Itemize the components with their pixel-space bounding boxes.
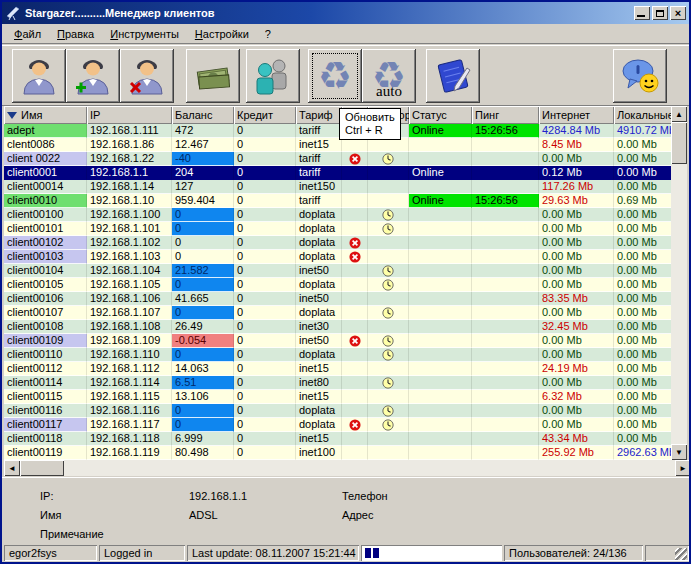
cell-internet: 117.26 Mb (539, 180, 614, 194)
cell-name: client00114 (4, 376, 87, 390)
table-row[interactable]: client00102192.168.1.10200doplata0.00 Mb… (4, 236, 672, 250)
table-row[interactable]: client0001192.168.1.12040tariffOnline0.1… (4, 166, 672, 180)
table-row[interactable]: client00110192.168.1.11000doplata0.00 Mb… (4, 348, 672, 362)
cell-name: client00102 (4, 236, 87, 250)
cell-credit: 0 (234, 264, 296, 278)
scroll-right-button[interactable]: ► (675, 460, 691, 476)
cell-disabled (342, 320, 368, 334)
table-row[interactable]: client00101192.168.1.10100doplata0.00 Mb… (4, 222, 672, 236)
scroll-down-button[interactable]: ▼ (671, 444, 687, 460)
column-header-credit[interactable]: Кредит (234, 106, 296, 124)
table-row[interactable]: client00115192.168.1.11513.1060inet156.3… (4, 390, 672, 404)
menu-item-settings[interactable]: Настройки (187, 26, 257, 42)
cell-local: 0.00 Mb (614, 292, 673, 306)
cell-credit: 0 (234, 362, 296, 376)
scroll-up-button[interactable]: ▲ (671, 106, 687, 122)
table-row[interactable]: client00109192.168.1.109-0.0540inet500.0… (4, 334, 672, 348)
cell-tariff: doplata (296, 418, 342, 432)
close-button[interactable]: × (670, 6, 686, 20)
tooltip-line2: Ctrl + R (345, 124, 395, 137)
cell-ping (472, 166, 539, 180)
cell-frozen (368, 404, 409, 418)
column-header-balance[interactable]: Баланс (172, 106, 234, 124)
menu-item-edit[interactable]: Правка (49, 26, 102, 42)
cell-balance: 0 (172, 418, 234, 432)
cell-internet: 0.00 Mb (539, 348, 614, 362)
cell-ip: 192.168.1.100 (87, 208, 172, 222)
money-icon (193, 56, 233, 96)
table-row[interactable]: client00108192.168.1.10826.490inet3032.4… (4, 320, 672, 334)
table-row[interactable]: client00112192.168.1.11214.0630inet1524.… (4, 362, 672, 376)
cell-internet: 4284.84 Mb (539, 124, 614, 138)
column-header-ping[interactable]: Пинг (472, 106, 539, 124)
menu-item-tools[interactable]: Инструменты (102, 26, 187, 42)
cell-status (409, 306, 472, 320)
horizontal-scroll-thumb[interactable] (20, 460, 64, 476)
column-header-tariff[interactable]: Тариф (296, 106, 342, 124)
table-row[interactable]: client00114192.168.1.1146.510inet800.00 … (4, 376, 672, 390)
table-row[interactable]: client00106192.168.1.10641.6650inet5083.… (4, 292, 672, 306)
cell-credit: 0 (234, 124, 296, 138)
vertical-scrollbar[interactable]: ▲ ▼ (671, 106, 687, 460)
table-row[interactable]: client00104192.168.1.10421.5820inet500.0… (4, 264, 672, 278)
cell-internet: 0.00 Mb (539, 236, 614, 250)
table-row[interactable]: client00118192.168.1.1186.9990inet1543.3… (4, 432, 672, 446)
table-row[interactable]: adept192.168.1.1114720tariffOnline15:26:… (4, 124, 672, 138)
cell-frozen (368, 152, 409, 166)
table-row[interactable]: client00117192.168.1.11700doplata0.00 Mb… (4, 418, 672, 432)
table-row[interactable]: client0010192.168.1.10959.4040tariffOnli… (4, 194, 672, 208)
vertical-scroll-thumb[interactable] (671, 122, 687, 164)
minimize-button[interactable] (634, 6, 650, 20)
table-header: ИмяIPБалансКредитТарифморожСтатусПингИнт… (4, 106, 672, 124)
cell-disabled (342, 348, 368, 362)
column-header-name[interactable]: Имя (4, 106, 87, 124)
cell-balance: 0 (172, 250, 234, 264)
menu-item-file[interactable]: Файл (6, 26, 49, 42)
statusbar-username: egor2fsys (4, 545, 97, 561)
table-row[interactable]: client00105192.168.1.10500doplata0.00 Mb… (4, 278, 672, 292)
table-row[interactable]: client00103192.168.1.10300doplata0.00 Mb… (4, 250, 672, 264)
cell-balance: 12.467 (172, 138, 234, 152)
user-info-button[interactable] (12, 49, 66, 103)
cell-name: client00110 (4, 348, 87, 362)
maximize-button[interactable] (652, 6, 668, 20)
cell-tariff: doplata (296, 348, 342, 362)
resize-grip[interactable] (675, 548, 687, 560)
cell-local: 0.00 Mb (614, 320, 673, 334)
table-row[interactable]: client00119192.168.1.11980.4980inet10025… (4, 446, 672, 460)
horizontal-scrollbar[interactable]: ◄ ► (4, 460, 691, 476)
add-user-button[interactable] (66, 49, 120, 103)
cell-frozen (368, 208, 409, 222)
column-header-local[interactable]: Локальные р (614, 106, 673, 124)
column-header-internet[interactable]: Интернет (539, 106, 614, 124)
cell-local: 0.00 Mb (614, 334, 673, 348)
column-header-ip[interactable]: IP (87, 106, 172, 124)
arrow-left-icon: ◄ (8, 464, 16, 473)
cell-tariff: inet80 (296, 376, 342, 390)
table-row[interactable]: clent0086192.168.1.8612.4670inet158.45 M… (4, 138, 672, 152)
table-row[interactable]: client00014192.168.1.141270inet150117.26… (4, 180, 672, 194)
payment-button[interactable] (186, 49, 240, 103)
cell-ping (472, 362, 539, 376)
column-label: Имя (21, 107, 42, 124)
auto-refresh-button[interactable]: ♻auto (362, 49, 416, 103)
users-group-button[interactable] (246, 49, 300, 103)
cell-frozen (368, 334, 409, 348)
table-row[interactable]: client00116192.168.1.11600doplata0.00 Mb… (4, 404, 672, 418)
notes-button[interactable] (426, 49, 480, 103)
column-label: Тариф (299, 107, 333, 124)
refresh-button[interactable]: ♻ (308, 49, 362, 103)
cell-frozen (368, 222, 409, 236)
disabled-x-icon (349, 251, 361, 263)
message-button[interactable] (613, 49, 667, 103)
table-row[interactable]: client00107192.168.1.10700doplata0.00 Mb… (4, 306, 672, 320)
cell-internet: 0.00 Mb (539, 404, 614, 418)
delete-user-button[interactable] (120, 49, 174, 103)
scroll-left-button[interactable]: ◄ (4, 460, 20, 476)
menu-item-help[interactable]: ? (257, 26, 279, 42)
table-row[interactable]: client00100192.168.1.10000doplata0.00 Mb… (4, 208, 672, 222)
cell-name: client 0022 (4, 152, 87, 166)
column-header-status[interactable]: Статус (409, 106, 472, 124)
cell-ip: 192.168.1.22 (87, 152, 172, 166)
table-row[interactable]: client 0022192.168.1.22-400tariff0.00 Mb… (4, 152, 672, 166)
